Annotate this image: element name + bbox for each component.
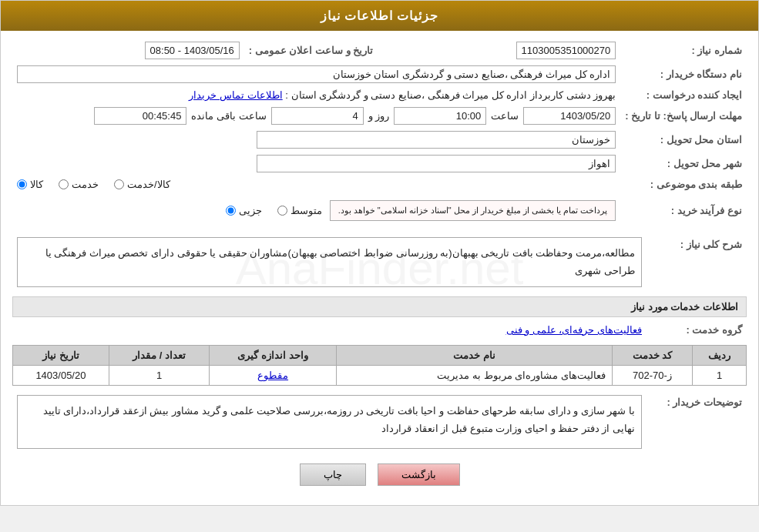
- services-table: ردیف کد خدمت نام خدمت واحد اندازه گیری ت…: [12, 345, 747, 386]
- need-number-row: شماره نیاز : 1103005351000270 تاریخ و سا…: [12, 38, 747, 62]
- page-wrapper: جزئیات اطلاعات نیاز AnaFinder.net شماره …: [0, 0, 759, 506]
- content-area: AnaFinder.net شماره نیاز : 1103005351000…: [1, 31, 758, 505]
- description-row: شرح کلی نیاز : مطالعه،مرمت وحفاظت بافت ت…: [12, 234, 747, 290]
- buyer-notes-table: توضیحات خریدار : با شهر سازی و دارای ساب…: [12, 392, 747, 452]
- deadline-days-display: 4: [271, 107, 364, 125]
- deadline-label: مهلت ارسال پاسخ: تا تاریخ :: [620, 104, 747, 128]
- announce-date-display: 1403/05/16 - 08:50: [145, 42, 240, 59]
- category-kala-radio[interactable]: [17, 179, 27, 189]
- category-kala-item: کالا: [17, 179, 43, 190]
- creator-label: ایجاد کننده درخواست :: [620, 86, 747, 104]
- col-unit: واحد اندازه گیری: [210, 345, 337, 365]
- need-number-value: 1103005351000270: [378, 38, 620, 62]
- buyer-org-display: اداره کل میراث فرهنگی ،صنایع دستی و گردش…: [17, 65, 616, 83]
- deadline-remaining-display: 00:45:45: [94, 107, 186, 125]
- buyer-org-row: نام دستگاه خریدار : اداره کل میراث فرهنگ…: [12, 62, 747, 86]
- province-label: استان محل تحویل :: [620, 128, 747, 152]
- info-table: شماره نیاز : 1103005351000270 تاریخ و سا…: [12, 38, 747, 228]
- page-header: جزئیات اطلاعات نیاز: [1, 1, 758, 31]
- process-motovaset-label: متوسط: [291, 205, 322, 216]
- deadline-time-display: 10:00: [394, 107, 486, 125]
- services-header-row: ردیف کد خدمت نام خدمت واحد اندازه گیری ت…: [13, 345, 747, 365]
- city-display: اهواز: [257, 155, 616, 172]
- province-display: خوزستان: [257, 131, 616, 149]
- back-button[interactable]: بازگشت: [378, 463, 460, 486]
- print-button[interactable]: چاپ: [300, 463, 366, 486]
- buyer-notes-row: توضیحات خریدار : با شهر سازی و دارای ساب…: [12, 392, 747, 452]
- process-radio-group: جزیی متوسط: [226, 205, 322, 216]
- contact-link[interactable]: اطلاعات تماس خریدار: [189, 89, 282, 101]
- category-kala-label: کالا: [30, 179, 43, 190]
- service-group-value: فعالیت‌های حرفه‌ای، علمی و فنی: [12, 321, 646, 339]
- need-number-label: شماره نیاز :: [620, 38, 747, 62]
- city-value: اهواز: [12, 152, 620, 176]
- unit: مقطوع: [210, 365, 337, 385]
- city-row: شهر محل تحویل : اهواز: [12, 152, 747, 176]
- creator-text: بهروز دشتی کاربرداز اداره کل میراث فرهنگ…: [285, 89, 616, 101]
- col-service-name: نام خدمت: [336, 345, 612, 365]
- service-group-table: گروه خدمت : فعالیت‌های حرفه‌ای، علمی و ف…: [12, 321, 747, 339]
- col-row-number: ردیف: [693, 345, 747, 365]
- row-number: 1: [693, 365, 747, 385]
- service-group-link[interactable]: فعالیت‌های حرفه‌ای، علمی و فنی: [506, 324, 642, 336]
- buyer-notes-value: با شهر سازی و دارای سابقه طرحهای حفاظت و…: [12, 392, 646, 452]
- col-service-code: کد خدمت: [612, 345, 692, 365]
- category-label: طبقه بندی موضوعی :: [620, 176, 747, 193]
- deadline-remaining-label: ساعت باقی مانده: [191, 110, 266, 122]
- category-row: طبقه بندی موضوعی : کالا خدمت کالا/خدمت: [12, 176, 747, 193]
- announce-date-label: تاریخ و ساعت اعلان عمومی :: [244, 38, 378, 62]
- buyer-org-label: نام دستگاه خریدار :: [620, 62, 747, 86]
- category-service-item: خدمت: [59, 179, 99, 190]
- need-description-box: مطالعه،مرمت وحفاظت بافت تاریخی بهبهان(به…: [17, 237, 642, 287]
- need-description-label: شرح کلی نیاز :: [646, 234, 747, 290]
- deadline-value: 00:45:45 ساعت باقی مانده 4 روز و 10:00 س…: [12, 104, 620, 128]
- services-section-title: اطلاعات خدمات مورد نیاز: [12, 296, 747, 317]
- quantity: 1: [109, 365, 209, 385]
- province-value: خوزستان: [12, 128, 620, 152]
- buttons-row: بازگشت چاپ: [12, 463, 747, 486]
- col-quantity: تعداد / مقدار: [109, 345, 209, 365]
- col-date: تاریخ نیاز: [13, 345, 109, 365]
- page-title: جزئیات اطلاعات نیاز: [321, 9, 439, 22]
- category-service-label: خدمت: [72, 179, 99, 190]
- category-radio-group: کالا خدمت کالا/خدمت: [17, 179, 616, 190]
- category-both-label: کالا/خدمت: [127, 179, 170, 190]
- service-name: فعالیت‌های مشاوره‌ای مربوط به مدیریت: [336, 365, 612, 385]
- process-type-value: جزیی متوسط پرداخت تمام یا بخشی از مبلغ خ…: [12, 193, 620, 228]
- province-row: استان محل تحویل : خوزستان: [12, 128, 747, 152]
- buyer-org-value: اداره کل میراث فرهنگی ،صنایع دستی و گردش…: [12, 62, 620, 86]
- buyer-notes-label: توضیحات خریدار :: [646, 392, 747, 452]
- process-type-row: نوع فرآیند خرید : جزیی متوسط: [12, 193, 747, 228]
- creator-row: ایجاد کننده درخواست : بهروز دشتی کاربردا…: [12, 86, 747, 104]
- announce-date-value: 1403/05/16 - 08:50: [12, 38, 244, 62]
- service-group-row: گروه خدمت : فعالیت‌های حرفه‌ای، علمی و ف…: [12, 321, 747, 339]
- creator-value: بهروز دشتی کاربرداز اداره کل میراث فرهنگ…: [12, 86, 620, 104]
- category-options: کالا خدمت کالا/خدمت: [12, 176, 620, 193]
- process-type-label: نوع فرآیند خرید :: [620, 193, 747, 228]
- need-date: 1403/05/20: [13, 365, 109, 385]
- process-note: پرداخت تمام یا بخشی از مبلغ خریدار از مح…: [330, 200, 616, 221]
- service-code: ز-70-702: [612, 365, 692, 385]
- service-group-label: گروه خدمت :: [646, 321, 747, 339]
- category-both-radio[interactable]: [114, 179, 124, 189]
- process-jozi-item: جزیی: [226, 205, 262, 216]
- process-jozi-label: جزیی: [239, 205, 262, 216]
- deadline-time-label: ساعت: [491, 110, 519, 122]
- buyer-notes-box: با شهر سازی و دارای سابقه طرحهای حفاظت و…: [17, 395, 642, 449]
- table-row: 1ز-70-702فعالیت‌های مشاوره‌ای مربوط به م…: [13, 365, 747, 385]
- process-motovaset-radio[interactable]: [277, 206, 287, 216]
- description-table: شرح کلی نیاز : مطالعه،مرمت وحفاظت بافت ت…: [12, 234, 747, 290]
- need-description-value: مطالعه،مرمت وحفاظت بافت تاریخی بهبهان(به…: [12, 234, 646, 290]
- category-both-item: کالا/خدمت: [114, 179, 170, 190]
- need-number-display: 1103005351000270: [516, 42, 616, 59]
- process-motovaset-item: متوسط: [277, 205, 322, 216]
- deadline-date-display: 1403/05/20: [523, 107, 616, 125]
- category-service-radio[interactable]: [59, 179, 69, 189]
- services-thead: ردیف کد خدمت نام خدمت واحد اندازه گیری ت…: [13, 345, 747, 365]
- city-label: شهر محل تحویل :: [620, 152, 747, 176]
- deadline-row: مهلت ارسال پاسخ: تا تاریخ : 00:45:45 ساع…: [12, 104, 747, 128]
- deadline-days-label: روز و: [368, 110, 390, 122]
- services-tbody: 1ز-70-702فعالیت‌های مشاوره‌ای مربوط به م…: [13, 365, 747, 385]
- process-jozi-radio[interactable]: [226, 206, 236, 216]
